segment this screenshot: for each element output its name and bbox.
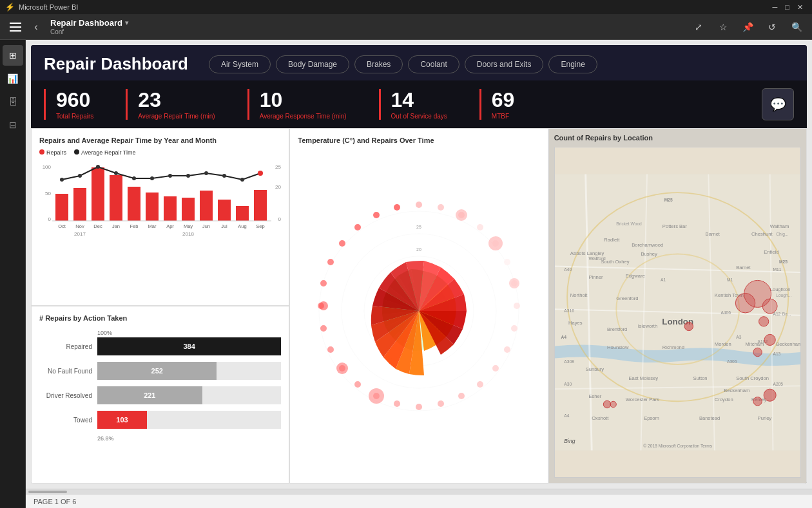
app-icon: ⚡ (5, 3, 15, 12)
hbar-label-towed: Towed (39, 417, 97, 424)
svg-point-166 (753, 348, 762, 356)
kpi-mtbf-label: MTBF (492, 113, 515, 120)
pin-icon[interactable]: 📌 (737, 17, 758, 37)
circular-chart-panel: Temperature (C°) and Repairs Over Time (289, 128, 548, 484)
svg-text:Esher: Esher (588, 393, 601, 399)
window-maximize[interactable]: □ (785, 3, 789, 11)
nav-title-arrow[interactable]: ▾ (125, 19, 129, 27)
svg-point-87 (336, 362, 348, 374)
svg-point-163 (762, 299, 777, 314)
svg-text:Chig...: Chig... (776, 232, 788, 237)
hbar-chart: 100% Repaired 384 (39, 327, 281, 442)
hbar-track-towed: 103 (97, 411, 281, 429)
bar-chart-title: Repairs and Average Repair Time by Year … (39, 136, 281, 144)
svg-text:Potters Bar: Potters Bar (662, 223, 687, 229)
svg-text:Nov: Nov (75, 223, 84, 229)
scroll-area[interactable] (26, 489, 812, 494)
svg-point-70 (394, 400, 400, 407)
window-minimize[interactable]: ─ (773, 3, 778, 11)
main-content: Repair Dashboard Air System Body Damage … (26, 40, 812, 508)
svg-text:0: 0 (278, 216, 282, 222)
hbar-label-driver: Driver Resolved (39, 392, 97, 399)
hbar-value-repaired: 384 (183, 343, 195, 350)
search-icon[interactable]: 🔍 (786, 17, 807, 37)
tab-coolant[interactable]: Coolant (408, 55, 459, 73)
dashboard-title: Repair Dashboard (44, 54, 188, 74)
svg-rect-8 (92, 167, 104, 221)
kpi-avg-response-label: Average Response Time (min) (260, 113, 347, 120)
back-button[interactable]: ‹ (26, 17, 46, 37)
svg-text:Ba...: Ba... (782, 312, 791, 316)
hbar-row-repaired: Repaired 384 (39, 337, 281, 355)
page-info: PAGE 1 OF 6 (34, 498, 76, 505)
svg-text:20: 20 (275, 184, 281, 190)
favorite-icon[interactable]: ☆ (713, 17, 733, 37)
svg-point-18 (60, 178, 64, 182)
tab-brakes[interactable]: Brakes (354, 55, 403, 73)
hbar-pct-bottom: 26.8% (39, 435, 281, 442)
svg-text:25: 25 (275, 164, 281, 170)
kpi-total-repairs-value: 960 (56, 89, 93, 111)
svg-text:Hounslow: Hounslow (607, 344, 629, 350)
svg-text:Jun: Jun (202, 223, 210, 229)
svg-text:25: 25 (416, 225, 421, 229)
charts-area: Repairs and Average Repair Time by Year … (31, 128, 807, 484)
svg-point-77 (320, 280, 327, 287)
tab-body-damage[interactable]: Body Damage (276, 55, 349, 73)
svg-text:Isleworth: Isleworth (637, 323, 657, 329)
svg-point-69 (416, 404, 422, 410)
svg-text:Morden: Morden (715, 341, 731, 347)
sidebar-home-icon[interactable]: ⊞ (3, 45, 23, 66)
svg-text:20: 20 (416, 247, 421, 252)
svg-text:Hayes: Hayes (568, 320, 583, 326)
tab-engine[interactable]: Engine (548, 55, 597, 73)
svg-rect-7 (73, 188, 86, 221)
svg-text:Cheshunt: Cheshunt (751, 231, 773, 237)
svg-text:© 2018 Microsoft Corporation  : © 2018 Microsoft Corporation Terms (643, 444, 713, 449)
left-sidebar: ⊞ 📊 🗄 ⊟ (0, 40, 26, 508)
kpi-total-repairs-label: Total Repairs (56, 113, 93, 120)
sidebar-model-icon[interactable]: ⊟ (3, 115, 23, 135)
svg-point-65 (492, 365, 499, 372)
svg-text:Bushey: Bushey (641, 251, 657, 257)
hamburger-menu[interactable] (5, 17, 26, 37)
svg-text:Barnet: Barnet (736, 265, 751, 270)
london-map: A40 M11 A12 A205 A30 A316 A308 M1 A1 A40… (554, 147, 801, 478)
svg-text:Sunbury: Sunbury (585, 366, 604, 372)
tab-air-system[interactable]: Air System (209, 55, 271, 73)
svg-text:Lough...: Lough... (776, 293, 791, 298)
kpi-mtbf: 69 MTBF (479, 89, 534, 120)
refresh-icon[interactable]: ↺ (762, 17, 782, 37)
svg-text:50: 50 (45, 191, 51, 196)
hbar-row-towed: Towed 103 (39, 411, 281, 429)
svg-text:Epsom: Epsom (644, 415, 659, 421)
svg-text:East Molesey: East Molesey (628, 375, 658, 381)
svg-point-86 (369, 388, 384, 404)
svg-point-24 (168, 174, 172, 178)
dashboard: Repair Dashboard Air System Body Damage … (31, 45, 807, 484)
hbar-track-driver: 221 (97, 386, 281, 404)
svg-point-29 (258, 171, 263, 176)
svg-point-28 (240, 178, 244, 182)
svg-rect-6 (55, 194, 68, 221)
nav-subtitle: Conf (50, 28, 688, 35)
svg-text:Jan: Jan (112, 223, 120, 229)
expand-icon[interactable]: ⤢ (688, 17, 709, 37)
svg-text:Oxshott: Oxshott (592, 415, 609, 421)
svg-point-67 (458, 393, 465, 399)
window-close[interactable]: ✕ (797, 3, 803, 12)
chat-button[interactable]: 💬 (762, 88, 794, 120)
tab-doors-exits[interactable]: Doors and Exits (465, 55, 544, 73)
kpi-out-of-service-value: 14 (391, 89, 447, 111)
svg-text:Enfield: Enfield (764, 249, 778, 255)
sidebar-data-icon[interactable]: 🗄 (3, 91, 23, 112)
svg-text:Banstead: Banstead (699, 415, 720, 421)
svg-text:Richmond: Richmond (662, 344, 684, 350)
svg-point-79 (339, 240, 345, 247)
svg-text:Apr: Apr (166, 223, 174, 229)
svg-text:A4: A4 (564, 413, 569, 418)
sidebar-report-icon[interactable]: 📊 (3, 68, 23, 89)
svg-point-56 (438, 204, 444, 211)
legend-repairs: Repairs (46, 149, 66, 156)
scroll-thumb[interactable] (28, 491, 67, 493)
